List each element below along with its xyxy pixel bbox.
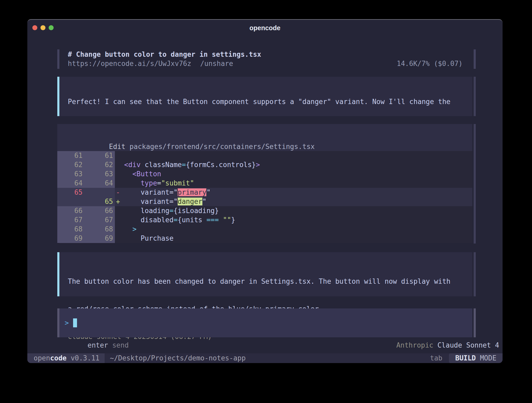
- text-cursor: [73, 318, 77, 327]
- diff-row: 6969 Purchase: [57, 234, 472, 243]
- edit-tool-block: Edit packages/frontend/src/containers/Se…: [57, 124, 477, 244]
- send-hint: enter send: [88, 341, 129, 350]
- input-left-rule: [57, 308, 59, 337]
- working-directory: ~/Desktop/Projects/demo-notes-app: [110, 353, 246, 363]
- status-bar: opencode v0.3.11 ~/Desktop/Projects/demo…: [27, 353, 503, 363]
- assistant-message: Perfect! I can see that the Button compo…: [57, 77, 477, 116]
- diff-row: 6161: [57, 151, 472, 160]
- assistant-message: The button color has been changed to dan…: [57, 252, 477, 296]
- diff-row: 6767 disabled={units === ""}: [57, 215, 472, 225]
- hints-row: enter send Anthropic Claude Sonnet 4: [88, 341, 499, 350]
- mode-indicator[interactable]: BUILD MODE: [449, 353, 503, 363]
- message-line: The button color has been changed to dan…: [68, 277, 461, 286]
- line-number-gutter: 65: [57, 188, 115, 197]
- line-number-gutter: 65: [57, 197, 115, 206]
- window-title: opencode: [27, 24, 503, 32]
- diff-row: 65- variant="primary": [57, 188, 472, 197]
- edit-scrollbar-track[interactable]: [474, 124, 476, 244]
- app-version-chip: opencode v0.3.11: [27, 353, 105, 363]
- share-url: https://opencode.ai/s/UwJxv76z: [68, 59, 191, 68]
- message-accent-bar: [57, 252, 59, 296]
- message-right-rule: [474, 77, 476, 116]
- diff-code-line: <Button: [115, 169, 472, 179]
- session-left-rule: [57, 49, 59, 69]
- line-number-gutter: 6767: [57, 215, 115, 225]
- diff-row: 6868 >: [57, 225, 472, 234]
- diff-code-line: [115, 151, 472, 160]
- line-number-gutter: 6262: [57, 160, 115, 169]
- prompt-input[interactable]: >: [57, 308, 477, 337]
- edit-header: Edit packages/frontend/src/containers/Se…: [57, 124, 472, 151]
- line-number-gutter: 6363: [57, 169, 115, 179]
- diff-code-line: <div className={formCs.controls}>: [115, 160, 472, 169]
- session-header: # Change button color to danger in setti…: [57, 49, 477, 69]
- diff-view: 61616262 <div className={formCs.controls…: [57, 151, 472, 243]
- line-number-gutter: 6161: [57, 151, 115, 160]
- diff-row: 6666 loading={isLoading}: [57, 206, 472, 215]
- message-line: Perfect! I can see that the Button compo…: [68, 97, 461, 106]
- diff-code-line: disabled={units === ""}: [115, 215, 472, 225]
- removed-sign: -: [116, 188, 120, 197]
- diff-row: 6363 <Button: [57, 169, 472, 179]
- diff-code-line: type="submit": [115, 179, 472, 188]
- diff-code-line: loading={isLoading}: [115, 206, 472, 215]
- diff-code-line: - variant="primary": [115, 188, 472, 197]
- added-sign: +: [116, 197, 120, 206]
- diff-row: 65+ variant="danger": [57, 197, 472, 206]
- tab-key-hint: tab: [430, 353, 442, 363]
- diff-code-line: + variant="danger": [115, 197, 472, 206]
- screen: opencode # Change button color to danger…: [0, 0, 532, 403]
- edit-action-label: Edit: [109, 143, 130, 151]
- edit-file-path: packages/frontend/src/containers/Setting…: [130, 143, 315, 151]
- input-right-rule: [474, 308, 476, 337]
- opencode-window: opencode # Change button color to danger…: [27, 19, 503, 363]
- line-number-gutter: 6666: [57, 206, 115, 215]
- unshare-command: /unshare: [200, 59, 233, 68]
- token-cost-stats: 14.6K/7% ($0.07): [397, 59, 463, 68]
- diff-code-line: Purchase: [115, 234, 472, 243]
- line-number-gutter: 6464: [57, 179, 115, 188]
- model-indicator: Anthropic Claude Sonnet 4: [396, 341, 499, 350]
- message-accent-bar: [57, 77, 59, 116]
- input-background: [57, 308, 472, 337]
- diff-code-line: >: [115, 225, 472, 234]
- diff-row: 6464 type="submit": [57, 179, 472, 188]
- diff-row: 6262 <div className={formCs.controls}>: [57, 160, 472, 169]
- line-number-gutter: 6868: [57, 225, 115, 234]
- line-number-gutter: 6969: [57, 234, 115, 243]
- message-right-rule: [474, 252, 476, 296]
- titlebar: opencode: [27, 20, 503, 35]
- session-title: # Change button color to danger in setti…: [68, 50, 477, 59]
- prompt-chevron: >: [65, 319, 69, 327]
